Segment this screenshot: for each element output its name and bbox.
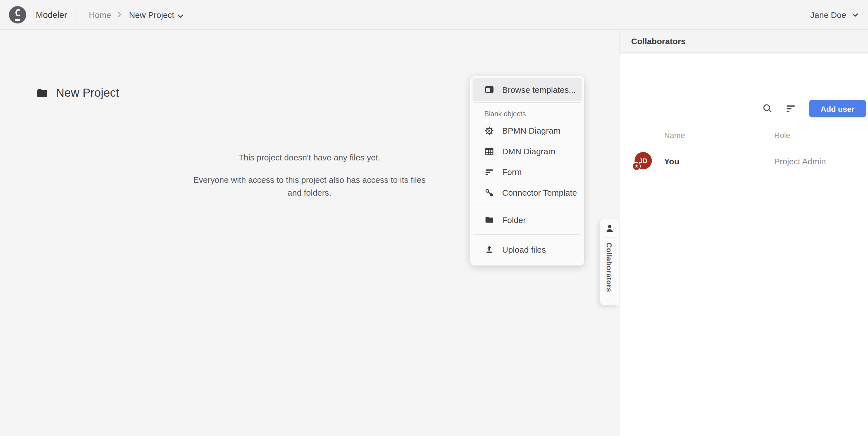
connector-template-icon (484, 187, 494, 198)
column-header-role: Role (774, 131, 790, 140)
menu-divider (474, 234, 580, 235)
empty-state-line2: Everyone with access to this project als… (187, 173, 432, 199)
user-menu[interactable]: Jane Doe (810, 0, 859, 30)
column-header-name: Name (664, 131, 685, 140)
menu-item-dmn-diagram[interactable]: DMN Diagram (470, 141, 584, 162)
menu-item-form[interactable]: Form (470, 162, 584, 182)
breadcrumb-chevron-right-icon (116, 10, 123, 19)
modeler-app: C Modeler Home New Project Jane Doe New … (0, 0, 868, 436)
person-icon (605, 224, 614, 233)
search-collaborators-button[interactable] (758, 99, 776, 117)
avatar: JD ★ (634, 152, 652, 169)
add-user-button[interactable]: Add user (809, 100, 866, 117)
camunda-logo[interactable]: C (9, 6, 26, 24)
menu-item-label: Browse templates... (502, 85, 576, 94)
user-chevron-down-icon (851, 11, 859, 19)
collaborators-tab-label: Collaborators (605, 242, 613, 292)
menu-divider (474, 102, 580, 103)
folder-icon (484, 215, 494, 225)
menu-item-upload-files[interactable]: Upload files (470, 236, 584, 262)
dmn-diagram-icon (484, 146, 494, 156)
menu-item-label: Connector Template (502, 188, 577, 197)
menu-item-label: BPMN Diagram (502, 126, 560, 135)
admin-star-badge-icon: ★ (632, 162, 641, 171)
menu-divider (474, 205, 580, 205)
form-icon (484, 167, 494, 177)
collaborators-panel-header: Collaborators (619, 30, 868, 53)
menu-item-label: Form (502, 167, 522, 177)
menu-item-bpmn-diagram[interactable]: BPMN Diagram (470, 120, 584, 141)
camunda-logo-bar (15, 19, 20, 21)
camunda-logo-glyph: C (9, 7, 26, 19)
breadcrumb-chevron-down-icon[interactable] (177, 12, 184, 20)
menu-item-label: Upload files (502, 244, 546, 254)
new-dropdown-menu: Browse templates... Blank objects BPMN D… (470, 76, 584, 265)
collaborators-panel-title: Collaborators (631, 30, 686, 53)
menu-item-browse-templates[interactable]: Browse templates... (472, 78, 582, 100)
sort-collaborators-button[interactable] (781, 99, 799, 117)
table-header-divider (627, 144, 868, 144)
bpmn-diagram-icon (484, 125, 494, 136)
tab-divider (604, 238, 615, 238)
menu-item-label: DMN Diagram (502, 146, 555, 156)
menu-section-label: Blank objects (470, 105, 584, 120)
breadcrumb-current-project[interactable]: New Project (129, 0, 174, 30)
project-folder-icon (35, 86, 49, 99)
upload-icon (484, 244, 494, 254)
collaborator-role: Project Admin (774, 156, 826, 166)
collaborator-name: You (664, 156, 679, 166)
browse-templates-icon (484, 84, 494, 94)
collaborators-panel: Collaborators Add user Name Role JD ★ Yo… (619, 30, 868, 436)
top-bar: C Modeler Home New Project Jane Doe (0, 0, 868, 30)
panel-border (619, 30, 619, 436)
page-title: New Project (56, 86, 119, 99)
user-name: Jane Doe (810, 10, 846, 20)
topbar-divider (75, 7, 75, 22)
collaborators-panel-body: Add user Name Role JD ★ You Project Admi… (619, 54, 868, 436)
collaborators-tab[interactable]: Collaborators (600, 219, 619, 305)
breadcrumb-home[interactable]: Home (89, 0, 111, 30)
app-title: Modeler (36, 0, 67, 30)
menu-item-folder[interactable]: Folder (470, 207, 584, 233)
menu-item-label: Folder (502, 215, 526, 225)
table-row-divider (627, 178, 868, 178)
avatar-initials: JD (639, 157, 647, 164)
menu-item-connector-template[interactable]: Connector Template (470, 182, 584, 203)
